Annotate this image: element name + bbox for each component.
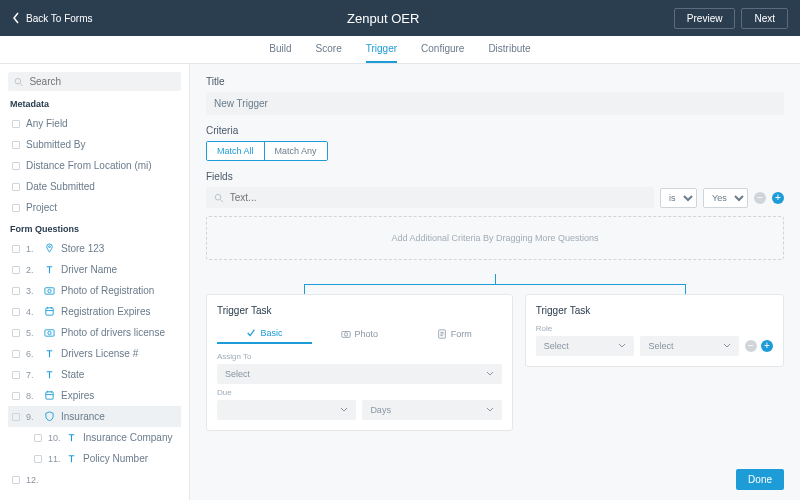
search-icon bbox=[14, 77, 23, 87]
done-button[interactable]: Done bbox=[736, 469, 784, 490]
chevron-down-icon bbox=[486, 370, 494, 378]
camera-icon bbox=[341, 329, 351, 339]
sidebar-item-metadata[interactable]: Distance From Location (mi) bbox=[8, 155, 181, 176]
next-button[interactable]: Next bbox=[741, 8, 788, 29]
sidebar-item-question[interactable]: 1.Store 123 bbox=[8, 238, 181, 259]
due-value-select[interactable] bbox=[217, 400, 356, 420]
operator-select[interactable]: is bbox=[660, 188, 697, 208]
checkbox-icon bbox=[34, 455, 42, 463]
checkbox-icon bbox=[12, 120, 20, 128]
task-tab-photo[interactable]: Photo bbox=[312, 324, 407, 344]
shield-icon bbox=[44, 411, 55, 422]
remove-role-button[interactable]: − bbox=[745, 340, 757, 352]
search-input[interactable] bbox=[23, 76, 175, 87]
match-all-button[interactable]: Match All bbox=[207, 142, 265, 160]
field-search-input[interactable] bbox=[224, 192, 646, 203]
checkbox-icon bbox=[12, 413, 20, 421]
form-icon bbox=[437, 329, 447, 339]
sidebar-search[interactable] bbox=[8, 72, 181, 91]
app-header: Back To Forms Zenput OER Preview Next bbox=[0, 0, 800, 36]
svg-point-0 bbox=[15, 78, 20, 83]
criteria-toggle: Match All Match Any bbox=[206, 141, 328, 161]
trigger-title-input[interactable] bbox=[206, 92, 784, 115]
checkbox-icon bbox=[12, 162, 20, 170]
main-panel: Title Criteria Match All Match Any Field… bbox=[190, 64, 800, 500]
checkbox-icon bbox=[12, 350, 20, 358]
chevron-left-icon bbox=[12, 12, 20, 24]
sidebar-item-question[interactable]: 5.Photo of drivers license bbox=[8, 322, 181, 343]
text-icon bbox=[44, 369, 55, 380]
svg-rect-4 bbox=[46, 308, 53, 315]
sidebar-item-question[interactable]: 11.Policy Number bbox=[8, 448, 181, 469]
sidebar-item-question[interactable]: 6.Drivers License # bbox=[8, 343, 181, 364]
sidebar-item-question[interactable]: 12. bbox=[8, 469, 181, 490]
sidebar-item-metadata[interactable]: Date Submitted bbox=[8, 176, 181, 197]
search-icon bbox=[214, 193, 224, 203]
metadata-header: Metadata bbox=[10, 99, 181, 109]
sidebar-item-question[interactable]: 2.Driver Name bbox=[8, 259, 181, 280]
text-icon bbox=[66, 432, 77, 443]
checkbox-icon bbox=[12, 392, 20, 400]
svg-rect-2 bbox=[45, 288, 54, 294]
svg-rect-5 bbox=[45, 330, 54, 336]
page-title: Zenput OER bbox=[93, 11, 674, 26]
svg-point-1 bbox=[49, 246, 51, 248]
task-pair: Trigger Task Basic Photo Form Ass bbox=[206, 294, 784, 431]
back-to-forms-link[interactable]: Back To Forms bbox=[12, 12, 93, 24]
tab-build[interactable]: Build bbox=[269, 36, 291, 63]
role-label: Role bbox=[536, 324, 635, 333]
checkbox-icon bbox=[12, 266, 20, 274]
add-role-button[interactable]: + bbox=[761, 340, 773, 352]
checkbox-icon bbox=[12, 371, 20, 379]
due-unit-select[interactable]: Days bbox=[362, 400, 501, 420]
task1-header: Trigger Task bbox=[217, 305, 502, 316]
checkbox-icon bbox=[12, 141, 20, 149]
chevron-down-icon bbox=[486, 406, 494, 414]
sidebar-item-question[interactable]: 8.Expires bbox=[8, 385, 181, 406]
sidebar-item-question[interactable]: 7.State bbox=[8, 364, 181, 385]
sidebar-item-question[interactable]: 3.Photo of Registration bbox=[8, 280, 181, 301]
assign-to-select[interactable]: Select bbox=[217, 364, 502, 384]
text-icon bbox=[44, 264, 55, 275]
trigger-task-card-2: Trigger Task Role Select Select − + bbox=[525, 294, 784, 367]
add-criteria-button[interactable]: + bbox=[772, 192, 784, 204]
sidebar-item-metadata[interactable]: Project bbox=[8, 197, 181, 218]
svg-point-10 bbox=[344, 333, 347, 336]
criteria-dropzone[interactable]: Add Additional Criteria By Dragging More… bbox=[206, 216, 784, 260]
role-select-1[interactable]: Select bbox=[536, 336, 635, 356]
checkbox-icon bbox=[12, 287, 20, 295]
preview-button[interactable]: Preview bbox=[674, 8, 736, 29]
sidebar-item-metadata[interactable]: Submitted By bbox=[8, 134, 181, 155]
task-tab-basic[interactable]: Basic bbox=[217, 324, 312, 344]
cal-icon bbox=[44, 306, 55, 317]
chevron-down-icon bbox=[618, 342, 626, 350]
chevron-down-icon bbox=[723, 342, 731, 350]
text-icon bbox=[44, 348, 55, 359]
sidebar-item-metadata[interactable]: Any Field bbox=[8, 113, 181, 134]
checkbox-icon bbox=[34, 434, 42, 442]
sidebar-item-question[interactable]: 4.Registration Expires bbox=[8, 301, 181, 322]
task-tab-form[interactable]: Form bbox=[407, 324, 502, 344]
checkbox-icon bbox=[12, 183, 20, 191]
tab-distribute[interactable]: Distribute bbox=[488, 36, 530, 63]
chevron-down-icon bbox=[340, 406, 348, 414]
tab-trigger[interactable]: Trigger bbox=[366, 36, 397, 63]
match-any-button[interactable]: Match Any bbox=[265, 142, 327, 160]
cal-icon bbox=[44, 390, 55, 401]
remove-criteria-button[interactable]: − bbox=[754, 192, 766, 204]
value-select[interactable]: Yes bbox=[703, 188, 748, 208]
field-search[interactable] bbox=[206, 187, 654, 208]
title-label: Title bbox=[206, 76, 784, 87]
-icon bbox=[44, 474, 55, 485]
role-select-2[interactable]: Select bbox=[640, 336, 739, 356]
sidebar-item-question[interactable]: 10.Insurance Company bbox=[8, 427, 181, 448]
checkbox-icon bbox=[12, 204, 20, 212]
fields-label: Fields bbox=[206, 171, 784, 182]
task1-tabs: Basic Photo Form bbox=[217, 324, 502, 344]
due-label: Due bbox=[217, 388, 502, 397]
text-icon bbox=[66, 453, 77, 464]
tab-score[interactable]: Score bbox=[316, 36, 342, 63]
sidebar-item-question[interactable]: 9.Insurance bbox=[8, 406, 181, 427]
tab-configure[interactable]: Configure bbox=[421, 36, 464, 63]
task2-header: Trigger Task bbox=[536, 305, 635, 316]
